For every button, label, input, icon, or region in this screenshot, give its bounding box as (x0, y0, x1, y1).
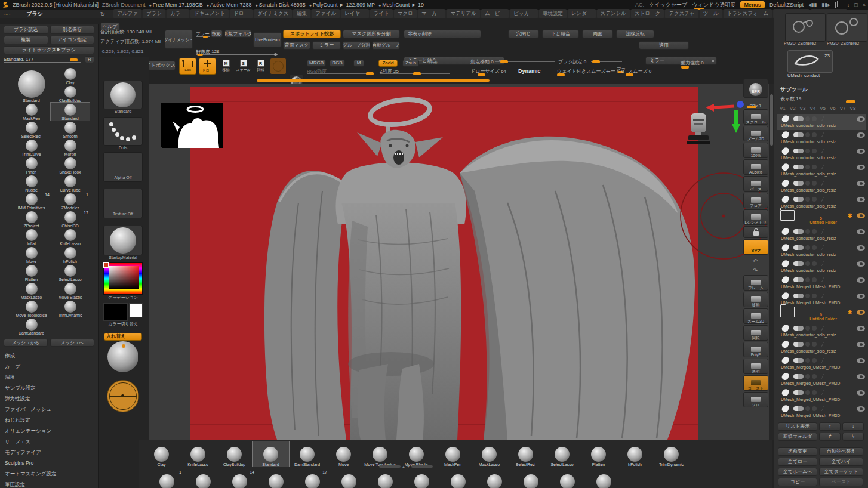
subtool-view-tab[interactable]: V8 (848, 105, 858, 112)
subtool-toggles-icon[interactable] (805, 390, 826, 395)
viewport-canvas[interactable] (149, 84, 772, 440)
current-stroke-tray[interactable]: Dots (103, 117, 143, 150)
polypaint-toggle-icon[interactable] (793, 165, 804, 169)
menu-item[interactable]: ドキュメント (190, 9, 229, 18)
polypaint-toggle-icon[interactable] (793, 326, 804, 331)
shelf-brush-item[interactable]: 14 IMM Primitives (221, 469, 258, 488)
scale-button[interactable]: S スケール (235, 58, 251, 75)
palette-section-item[interactable]: 弾力性設定 (5, 396, 98, 406)
palette-section-item[interactable]: モディファイア (5, 449, 98, 460)
palette-section-item[interactable]: サンプル設定 (5, 385, 98, 396)
subtool-item[interactable]: ✱ UMesh_Merged_UMesh_PM3D (777, 388, 866, 404)
zadd-button[interactable]: Zadd (378, 60, 398, 67)
shelf-button[interactable]: 移動 (743, 292, 768, 307)
shelf-brush-item[interactable]: 17 Chisel3D (294, 469, 331, 488)
menu-item[interactable]: アルファ (113, 9, 141, 18)
blur-slider[interactable]: ブラー (196, 31, 210, 37)
polypaint-toggle-icon[interactable] (793, 181, 804, 186)
mirror-button[interactable]: ミラー (312, 41, 341, 50)
menu-item[interactable]: 環境設定 (539, 9, 567, 18)
dynamic-toggle[interactable]: Dynamic (518, 68, 541, 74)
palette-section-item[interactable]: オートマスキング設定 (5, 471, 98, 481)
z-intensity-slider[interactable] (380, 73, 450, 74)
shelf-brush-item[interactable]: SnakeHook (440, 469, 476, 488)
shelf-brush-item[interactable]: TrimCurve (549, 469, 586, 488)
new-folder-button[interactable]: 新規フォルダ (224, 30, 251, 38)
delete-hidden-button[interactable]: 非表示削除 (404, 30, 481, 38)
resolution-slider[interactable]: 解像度 128 (196, 48, 278, 55)
shelf-button[interactable]: 透明 (743, 359, 768, 374)
menu-item[interactable]: テクスチャ (665, 9, 698, 18)
subtool-toggles-icon[interactable] (805, 165, 826, 169)
subtool-item[interactable]: ✱ UMesh_conductor_solo_resiz (777, 194, 866, 211)
shelf-brush-item[interactable]: ZProject (185, 469, 221, 488)
brush-item[interactable]: KnifeLasso (51, 228, 90, 246)
flip-normals-button[interactable]: 法線反転 (616, 30, 654, 38)
double-sided-button[interactable]: 両面 (582, 30, 613, 38)
move-into-folder-button[interactable]: ↳ (842, 433, 864, 441)
m-button[interactable]: M (353, 60, 364, 67)
auto-sort-button[interactable]: 自動並べ替え (819, 447, 863, 456)
scroll-down-icon[interactable]: ▼ (407, 465, 410, 468)
current-brush-tray[interactable]: Standard (103, 81, 143, 113)
draw-button[interactable]: ドロー (199, 58, 216, 75)
divider-left-icon[interactable]: ◂▮▮ (808, 2, 817, 8)
polypaint-toggle-icon[interactable] (793, 229, 804, 234)
brush-item[interactable]: Clay (51, 67, 90, 85)
tool-thumb-2[interactable] (827, 13, 867, 42)
eye-icon[interactable] (857, 374, 865, 379)
shelf-button[interactable]: フロア (743, 193, 768, 208)
subtool-toggles-icon[interactable] (805, 406, 826, 411)
subtool-view-tab[interactable]: V6 (828, 105, 838, 112)
spotlight-projection-button[interactable]: スポットライト投影 (283, 30, 341, 38)
menus-button[interactable]: Menus (740, 1, 765, 8)
default-zscript-button[interactable]: DefaultZScript (769, 2, 804, 8)
eye-icon[interactable] (857, 326, 865, 331)
subtool-item[interactable]: ✱ UMesh_conductor_solo_resiz (777, 259, 866, 275)
menu-item[interactable]: ブラシ (143, 9, 165, 18)
brush-item[interactable]: ZProject (12, 210, 51, 228)
mesh-to-button[interactable]: メッシュへ (50, 339, 94, 347)
polypaint-toggle-icon[interactable] (793, 406, 804, 411)
shelf-button[interactable]: 100% (743, 143, 768, 158)
subtool-toggles-icon[interactable] (805, 116, 826, 121)
palette-section-item[interactable]: ねじれ設定 (5, 417, 98, 428)
eye-icon[interactable] (857, 197, 865, 202)
subtool-toggles-icon[interactable] (805, 149, 826, 153)
subtool-toggles-icon[interactable] (805, 132, 826, 137)
brush-item[interactable]: SelectRect (12, 121, 51, 138)
store-config-icon[interactable]: ↓ (847, 2, 850, 8)
menu-item[interactable]: トランスフォーム (724, 9, 772, 18)
brush-item[interactable]: DamStandard (12, 317, 51, 335)
shelf-button[interactable]: パース (743, 176, 768, 192)
quick-save-button[interactable]: クイックセーブ (649, 1, 687, 9)
auto-group-button[interactable]: 自動グループ (372, 41, 400, 50)
menu-item[interactable]: ダイナミクス (254, 9, 292, 18)
shelf-button[interactable]: Lシンメトリ (743, 209, 768, 225)
dynamesh-button[interactable]: ダイナメッシュ (165, 30, 193, 49)
rgb-button[interactable]: RGB (330, 60, 345, 67)
palette-section-item[interactable]: カーブ (5, 363, 98, 374)
move-out-folder-button[interactable]: ↱ (819, 433, 841, 441)
subtool-view-tab[interactable]: V4 (808, 105, 817, 112)
list-view-button[interactable]: リスト表示 (778, 422, 817, 431)
all-target-button[interactable]: 全てターゲット (819, 468, 863, 476)
menu-item[interactable]: ドロー (230, 9, 253, 18)
subtool-item[interactable]: ✱ UMesh_conductor_solo_resiz (777, 339, 866, 356)
subtool-toggles-icon[interactable] (805, 374, 826, 379)
subtool-toggles-icon[interactable] (805, 181, 826, 186)
brush-item[interactable]: Flatten (12, 264, 51, 282)
copy-button[interactable]: コピー (778, 478, 817, 486)
eye-icon[interactable] (857, 390, 865, 396)
shelf-brush-item[interactable]: Pinch (404, 469, 440, 488)
polypaint-toggle-icon[interactable] (793, 294, 804, 298)
brush-item[interactable]: Nudge (12, 174, 51, 192)
subtool-item[interactable]: ✱ UMesh_Merged_UMesh_PM3D (777, 356, 866, 372)
split-masked-button[interactable]: マスク箇所を分割 (343, 30, 400, 38)
menu-item[interactable]: レンダー (568, 9, 596, 18)
polypaint-toggle-icon[interactable] (793, 358, 804, 363)
focal-shift-preview[interactable] (103, 380, 143, 412)
shelf-brush-item[interactable]: TrimDynamic (653, 441, 690, 467)
backface-mask-button[interactable]: 背面マスク (283, 41, 310, 50)
polypaint-toggle-icon[interactable] (793, 132, 804, 137)
